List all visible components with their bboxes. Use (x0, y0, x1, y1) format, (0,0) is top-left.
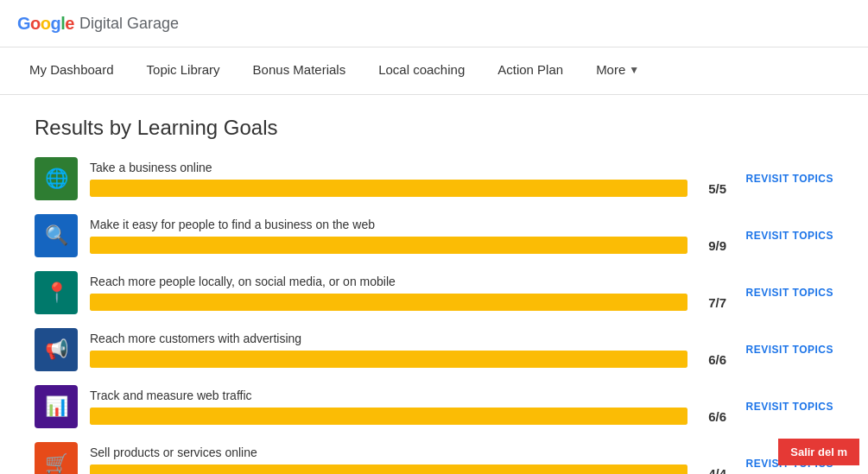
progress-bar-fill-1 (90, 180, 687, 197)
revisit-button-2[interactable]: REVISIT TOPICS (738, 230, 833, 242)
goal-icon-1: 🌐 (35, 157, 78, 200)
progress-bar-fill-4 (90, 351, 687, 368)
goal-row-1: 🌐 Take a business online 5/5 REVISIT TOP… (35, 157, 833, 200)
page-title: Results by Learning Goals (35, 116, 833, 140)
progress-score-4: 6/6 (696, 352, 726, 367)
progress-row-3: 7/7 (90, 294, 726, 311)
goal-content-3: Reach more people locally, on social med… (90, 275, 726, 311)
goal-icon-2: 🔍 (35, 214, 78, 257)
goal-content-5: Track and measure web traffic 6/6 (90, 389, 726, 425)
goal-row-6: 🛒 Sell products or services online 4/4 R… (35, 442, 833, 474)
nav-action-plan[interactable]: Action Plan (485, 47, 575, 95)
progress-row-2: 9/9 (90, 237, 726, 254)
exit-button[interactable]: Salir del m (778, 439, 859, 465)
progress-bar-bg-1 (90, 180, 687, 197)
goal-icon-5: 📊 (35, 385, 78, 428)
nav-topic-library[interactable]: Topic Library (135, 47, 232, 95)
progress-score-6: 4/4 (696, 466, 726, 475)
logo-garage: Digital Garage (79, 15, 179, 33)
logo: Google Digital Garage (17, 14, 179, 34)
goal-content-1: Take a business online 5/5 (90, 161, 726, 197)
goal-icon-3: 📍 (35, 271, 78, 314)
progress-row-5: 6/6 (90, 408, 726, 425)
progress-score-2: 9/9 (696, 238, 726, 253)
goal-content-4: Reach more customers with advertising 6/… (90, 332, 726, 368)
progress-score-3: 7/7 (696, 295, 726, 310)
goal-label-2: Make it easy for people to find a busine… (90, 218, 726, 231)
goal-content-2: Make it easy for people to find a busine… (90, 218, 726, 254)
main-content: Results by Learning Goals 🌐 Take a busin… (0, 95, 868, 474)
goal-row-5: 📊 Track and measure web traffic 6/6 REVI… (35, 385, 833, 428)
progress-bar-bg-3 (90, 294, 687, 311)
revisit-button-1[interactable]: REVISIT TOPICS (738, 173, 833, 185)
goal-content-6: Sell products or services online 4/4 (90, 446, 726, 474)
progress-bar-fill-5 (90, 408, 687, 425)
revisit-button-5[interactable]: REVISIT TOPICS (738, 401, 833, 413)
progress-bar-fill-2 (90, 237, 687, 254)
goal-label-6: Sell products or services online (90, 446, 726, 459)
goal-row-4: 📢 Reach more customers with advertising … (35, 328, 833, 371)
progress-bar-bg-5 (90, 408, 687, 425)
nav-local-coaching[interactable]: Local coaching (366, 47, 477, 95)
nav-my-dashboard[interactable]: My Dashboard (17, 47, 126, 95)
progress-bar-bg-6 (90, 465, 687, 474)
nav-bonus-materials[interactable]: Bonus Materials (241, 47, 358, 95)
progress-score-1: 5/5 (696, 181, 726, 196)
goal-row-3: 📍 Reach more people locally, on social m… (35, 271, 833, 314)
progress-score-5: 6/6 (696, 409, 726, 424)
goal-icon-6: 🛒 (35, 442, 78, 474)
progress-bar-fill-6 (90, 465, 687, 474)
goal-label-5: Track and measure web traffic (90, 389, 726, 402)
progress-row-4: 6/6 (90, 351, 726, 368)
logo-text: Google (17, 14, 74, 34)
revisit-button-3[interactable]: REVISIT TOPICS (738, 287, 833, 299)
progress-row-1: 5/5 (90, 180, 726, 197)
chevron-down-icon: ▼ (629, 64, 639, 76)
goal-label-4: Reach more customers with advertising (90, 332, 726, 345)
progress-bar-fill-3 (90, 294, 687, 311)
header: Google Digital Garage (0, 0, 868, 47)
revisit-button-4[interactable]: REVISIT TOPICS (738, 344, 833, 356)
progress-bar-bg-4 (90, 351, 687, 368)
navigation: My Dashboard Topic Library Bonus Materia… (0, 47, 868, 95)
progress-bar-bg-2 (90, 237, 687, 254)
goal-icon-4: 📢 (35, 328, 78, 371)
goals-list: 🌐 Take a business online 5/5 REVISIT TOP… (35, 157, 833, 474)
goal-row-2: 🔍 Make it easy for people to find a busi… (35, 214, 833, 257)
progress-row-6: 4/4 (90, 465, 726, 474)
nav-more[interactable]: More ▼ (584, 47, 651, 95)
goal-label-3: Reach more people locally, on social med… (90, 275, 726, 288)
goal-label-1: Take a business online (90, 161, 726, 174)
